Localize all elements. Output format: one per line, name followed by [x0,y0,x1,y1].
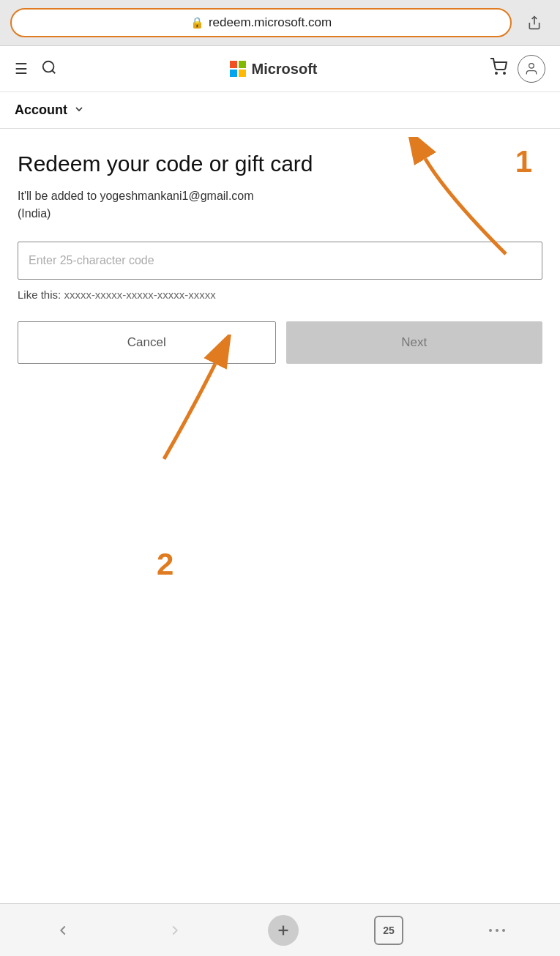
svg-point-11 [496,929,499,932]
microsoft-name: Microsoft [252,61,318,78]
annotation-arrow-1 [389,137,535,283]
account-icon-button[interactable] [518,55,545,83]
search-icon[interactable] [41,59,57,79]
nav-bar: ☰ Microsoft [0,46,560,92]
address-bar[interactable]: 🔒 redeem.microsoft.com [10,8,512,37]
microsoft-logo: Microsoft [230,61,318,78]
lock-icon: 🔒 [190,16,204,29]
nav-left: ☰ [15,59,57,79]
svg-point-1 [43,61,54,72]
share-button[interactable] [519,7,550,38]
tabs-count: 25 [383,925,395,936]
chevron-down-icon [73,103,85,118]
hint-text: Like this: xxxxx-xxxxx-xxxxx-xxxxx-xxxxx [18,288,542,301]
account-bar[interactable]: Account [0,92,560,129]
cart-icon[interactable] [490,58,507,80]
nav-right [490,55,545,83]
svg-line-2 [52,70,55,73]
ms-grid-icon [230,61,246,77]
next-button[interactable]: Next [286,321,543,364]
hint-label: Like this: [18,288,61,301]
annotation-number-1: 1 [515,144,532,179]
tabs-button[interactable]: 25 [374,916,403,945]
svg-point-5 [529,64,534,69]
button-row: Cancel Next [18,321,542,364]
url-text: redeem.microsoft.com [209,15,332,30]
back-button[interactable] [45,912,81,949]
svg-point-12 [502,929,505,932]
main-content: Redeem your code or gift card It'll be a… [0,129,560,664]
hint-code: xxxxx-xxxxx-xxxxx-xxxxx-xxxxx [64,288,215,301]
account-label: Account [15,102,67,118]
svg-point-10 [489,929,492,932]
forward-button[interactable] [157,912,193,949]
subtitle-line2: (India) [18,207,51,220]
new-tab-button[interactable] [268,915,299,946]
more-button[interactable] [479,912,515,949]
annotation-number-2: 2 [157,547,173,582]
bottom-bar: 25 [0,903,560,956]
hamburger-icon[interactable]: ☰ [15,60,28,78]
svg-point-3 [496,72,497,74]
svg-point-4 [504,72,505,74]
address-bar-container: 🔒 redeem.microsoft.com [0,0,560,46]
annotation-arrow-2 [120,335,266,481]
subtitle-line1: It'll be added to yogeshmankani1@gmail.c… [18,190,254,202]
